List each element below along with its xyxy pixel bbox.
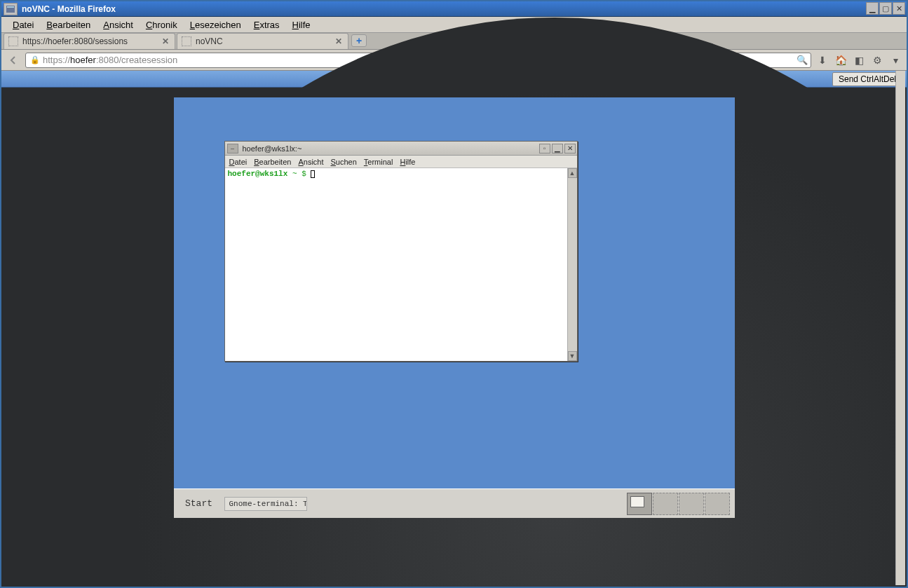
tab-novnc[interactable]: noVNC ✕ xyxy=(177,33,348,49)
remote-taskbar: Start Gnome-terminal: Te xyxy=(174,488,735,518)
tab-label: noVNC xyxy=(196,36,334,46)
workspace-3[interactable] xyxy=(679,493,704,515)
workspace-2[interactable] xyxy=(653,493,678,515)
terminal-title: hoefer@wks1lx:~ xyxy=(243,144,302,153)
terminal-body: hoefer@wks1lx ~ $ ▲ ▼ xyxy=(225,168,577,361)
menu-bearbeiten[interactable]: Bearbeiten xyxy=(41,18,96,32)
start-button[interactable]: Start xyxy=(178,493,220,514)
favicon-placeholder-icon xyxy=(8,36,18,46)
terminal-window[interactable]: – hoefer@wks1lx:~ ▫ ▁ ✕ Datei Bearbeiten… xyxy=(224,141,578,362)
minimize-button[interactable]: ▁ xyxy=(866,2,879,15)
menu-datei[interactable]: Datei xyxy=(7,18,39,32)
prompt-user: hoefer@wks1lx xyxy=(228,170,288,178)
tab-sessions[interactable]: https://hoefer:8080/sessions ✕ xyxy=(4,33,175,49)
maximize-button[interactable]: ▢ xyxy=(879,2,892,15)
tab-close-icon[interactable]: ✕ xyxy=(334,36,344,46)
browser-scrollbar[interactable] xyxy=(895,71,905,585)
firefox-titlebar: noVNC - Mozilla Firefox ▁ ▢ ✕ xyxy=(1,1,907,17)
term-menu-datei[interactable]: Datei xyxy=(229,158,248,166)
menu-lesezeichen[interactable]: Lesezeichen xyxy=(184,18,247,32)
search-go-icon[interactable]: 🔍 xyxy=(797,55,808,65)
workspace-1[interactable] xyxy=(627,493,652,515)
close-button[interactable]: ✕ xyxy=(893,2,905,15)
term-menu-hilfe[interactable]: Hilfe xyxy=(400,158,415,166)
url-text: https://hoefer:8080/createsession xyxy=(43,55,177,65)
window-system-menu[interactable] xyxy=(4,3,18,15)
home-icon[interactable]: 🏠 xyxy=(834,53,848,67)
workspace-4[interactable] xyxy=(705,493,730,515)
terminal-menubar: Datei Bearbeiten Ansicht Suchen Terminal… xyxy=(225,156,577,168)
menu-icon[interactable]: ▾ xyxy=(888,53,902,67)
terminal-scrollbar[interactable]: ▲ ▼ xyxy=(567,168,577,361)
tab-label: https://hoefer:8080/sessions xyxy=(22,36,161,46)
window-title: noVNC - Mozilla Firefox xyxy=(22,4,116,14)
addon-icon-2[interactable]: ⚙ xyxy=(870,53,884,67)
scroll-down-icon[interactable]: ▼ xyxy=(568,351,577,361)
back-button[interactable] xyxy=(6,53,21,68)
vnc-viewport: – hoefer@wks1lx:~ ▫ ▁ ✕ Datei Bearbeiten… xyxy=(3,88,905,585)
terminal-iconify-button[interactable]: ▫ xyxy=(539,144,550,153)
terminal-system-menu[interactable]: – xyxy=(227,144,238,153)
taskbar-item-terminal[interactable]: Gnome-terminal: Te xyxy=(224,497,307,511)
menu-ansicht[interactable]: Ansicht xyxy=(97,18,139,32)
remote-desktop[interactable]: – hoefer@wks1lx:~ ▫ ▁ ✕ Datei Bearbeiten… xyxy=(174,97,735,518)
terminal-content[interactable]: hoefer@wks1lx ~ $ xyxy=(225,168,567,361)
svg-rect-1 xyxy=(7,6,14,8)
term-menu-bearbeiten[interactable]: Bearbeiten xyxy=(254,158,291,166)
new-tab-button[interactable]: + xyxy=(351,34,367,47)
terminal-close-button[interactable]: ✕ xyxy=(564,144,576,153)
addon-icon[interactable]: ◧ xyxy=(852,53,866,67)
term-menu-suchen[interactable]: Suchen xyxy=(331,158,357,166)
lock-icon: 🔒 xyxy=(30,55,40,64)
send-ctrlaltdel-button[interactable]: Send CtrlAltDel xyxy=(832,72,902,86)
download-icon[interactable]: ⬇ xyxy=(815,53,829,67)
scroll-up-icon[interactable]: ▲ xyxy=(568,168,577,178)
menu-hilfe[interactable]: Hilfe xyxy=(287,18,316,32)
menu-extras[interactable]: Extras xyxy=(248,18,285,32)
terminal-titlebar[interactable]: – hoefer@wks1lx:~ ▫ ▁ ✕ xyxy=(225,142,577,156)
terminal-minimize-button[interactable]: ▁ xyxy=(552,144,563,153)
menu-chronik[interactable]: Chronik xyxy=(140,18,183,32)
favicon-placeholder-icon xyxy=(182,36,191,46)
workspace-switcher xyxy=(627,493,731,515)
term-menu-terminal[interactable]: Terminal xyxy=(364,158,393,166)
terminal-cursor xyxy=(311,170,315,178)
term-menu-ansicht[interactable]: Ansicht xyxy=(298,158,323,166)
tab-close-icon[interactable]: ✕ xyxy=(161,36,170,46)
